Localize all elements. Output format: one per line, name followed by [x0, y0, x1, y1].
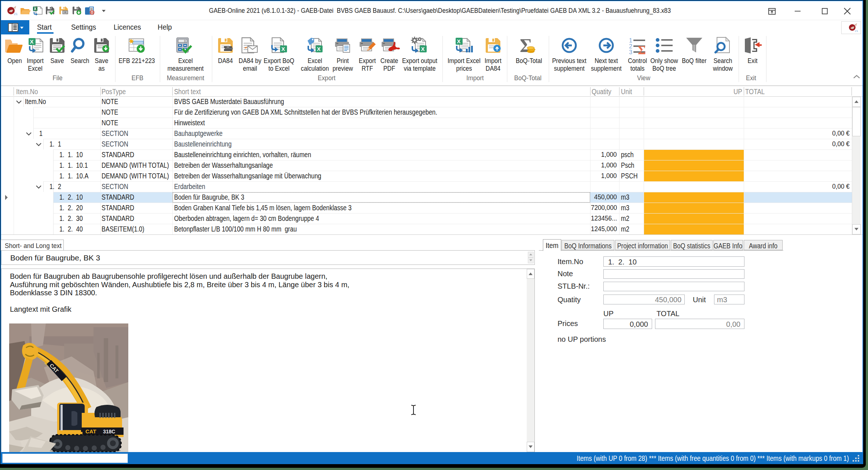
svg-text:X: X	[34, 7, 37, 11]
svg-text:3: 3	[629, 49, 632, 55]
svg-text:Σ: Σ	[638, 43, 646, 57]
svg-text:318C: 318C	[103, 429, 115, 434]
svg-text:21: 21	[14, 12, 18, 16]
svg-text:21: 21	[855, 29, 858, 33]
svg-text:1: 1	[629, 37, 632, 44]
svg-text:2: 2	[629, 43, 632, 49]
svg-text:CAT: CAT	[85, 428, 96, 434]
svg-text:0: 0	[184, 39, 186, 43]
